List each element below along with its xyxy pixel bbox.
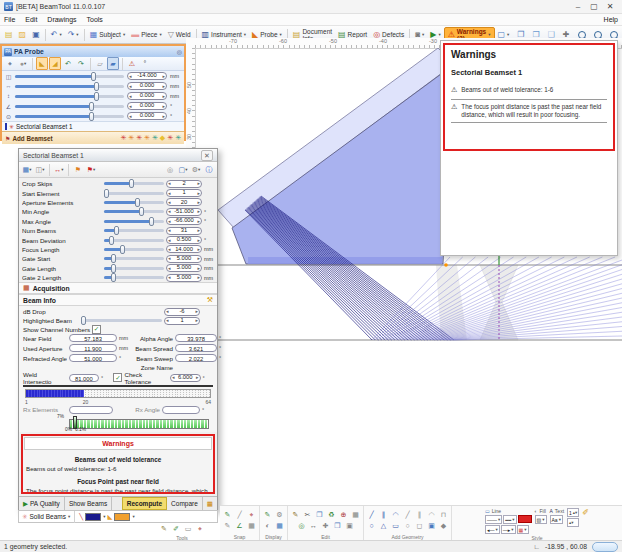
beam-table-icon[interactable]: ▦▾ (21, 163, 33, 176)
wedge-shape[interactable] (232, 66, 452, 264)
param-slider[interactable] (104, 210, 164, 213)
info-icon[interactable]: ⓘ (203, 163, 215, 176)
add-node-icon[interactable]: ⊕ (338, 510, 349, 520)
arrow-start-select[interactable]: ◂—▾ (485, 525, 500, 534)
param-slider[interactable] (104, 239, 164, 242)
field-value[interactable]: 57.183 (69, 334, 117, 342)
menu-help[interactable]: Help (604, 16, 618, 23)
probe-position-slider[interactable] (15, 95, 124, 98)
close-button[interactable]: ✕ (602, 2, 618, 11)
recompute-button[interactable]: Recompute (122, 497, 167, 510)
measure-tool-icon[interactable]: ▭ (183, 524, 194, 534)
wedge-color-swatch[interactable] (114, 513, 130, 521)
element-strip[interactable] (25, 389, 211, 398)
undo-button[interactable]: ↶▾ (48, 28, 65, 42)
param-slider[interactable] (104, 220, 164, 223)
param-slider[interactable] (104, 229, 164, 232)
fill-select[interactable]: ▨▾ (535, 515, 547, 524)
beam-color-swatch[interactable] (85, 513, 101, 521)
display-settings-icon[interactable]: ⚙ (274, 510, 285, 520)
redo-button[interactable]: ↷▾ (65, 28, 82, 42)
tolerance-spinner[interactable]: ◂6.000▸ (170, 374, 201, 382)
edit-draw-icon[interactable]: ✎ (290, 510, 301, 520)
mirror-icon[interactable]: ◎ (296, 521, 307, 531)
snap-angle-icon[interactable]: ∠ (234, 521, 245, 531)
add-circle-icon[interactable]: ○ (366, 521, 377, 531)
probe-normal-icon[interactable]: ◣ (36, 57, 48, 70)
material-sphere-icon[interactable]: ●▾ (17, 57, 29, 70)
menu-item-edit[interactable]: Edit (25, 16, 37, 23)
show-channel-checkbox[interactable]: ✓ (92, 325, 101, 334)
beam-info-header[interactable]: Beam Info ⚒ (19, 294, 217, 306)
beamset-panel-titlebar[interactable]: Sectorial Beamset 1 ✕ (19, 149, 217, 162)
pa-probe-header[interactable]: PA PA Probe ◎ (2, 46, 184, 57)
check-tolerance-checkbox[interactable]: ✓ (113, 373, 122, 382)
display-grid-icon[interactable]: ▦ (274, 521, 285, 531)
weld-intersection-field[interactable]: 81.000 (69, 374, 99, 382)
add-circle-free-icon[interactable]: ○ (402, 521, 413, 531)
add-static-beamset-icon[interactable]: ✳ (152, 134, 158, 142)
param-slider[interactable] (104, 267, 164, 270)
field-value[interactable]: 3.621 (175, 344, 217, 352)
add-line-free-icon[interactable]: ╱ (402, 510, 413, 520)
tab-pa-quality[interactable]: ▶ PA Quality (19, 497, 65, 510)
solid-beams-dropdown-icon[interactable]: ▾ (68, 514, 70, 519)
add-label-icon[interactable]: ▣ (426, 521, 437, 531)
param-spinner[interactable]: ◂1▸ (166, 189, 202, 197)
wrench-icon[interactable]: ⚒ (207, 296, 213, 304)
minimize-button[interactable]: – (570, 2, 586, 11)
text-style-select[interactable]: Aa▾ (550, 515, 563, 524)
rotate-cw-icon[interactable]: ↷ (75, 57, 87, 70)
snap-edge-icon[interactable]: ✎ (222, 521, 233, 531)
tab-show-beams[interactable]: Show Beams (65, 497, 112, 510)
probe-position-slider[interactable] (15, 115, 124, 118)
field-value[interactable]: 2.022 (175, 354, 217, 362)
param-slider[interactable] (104, 248, 164, 251)
probe-position-spinner[interactable]: ◂-14.000▸ (127, 72, 167, 80)
beam-xy-icon[interactable]: ◫▾ (34, 163, 46, 176)
snap-point-icon[interactable]: ╱ (234, 510, 245, 520)
param-spinner[interactable]: ◂-66.000▸ (166, 217, 202, 225)
piece-button[interactable]: ▬Piece▾ (128, 28, 165, 42)
param-slider[interactable] (104, 182, 164, 185)
add-polyline-icon[interactable]: ∥ (378, 510, 389, 520)
add-custom-beamset-icon[interactable]: ✳ (167, 134, 173, 142)
gate-range-icon[interactable]: ↔▾ (53, 163, 65, 176)
duplicate-icon[interactable]: ❒ (332, 521, 343, 531)
probe-position-spinner[interactable]: ◂0.000▸ (127, 102, 167, 110)
rotate-ccw-icon[interactable]: ↶ (62, 57, 74, 70)
new-file-button[interactable]: ▤ (2, 28, 16, 42)
beam-color-dropdown-icon[interactable]: ▾ (103, 514, 105, 519)
flag-skip-icon[interactable]: ⚑ (72, 163, 84, 176)
param-spinner[interactable]: ◂5.000▸ (166, 255, 202, 263)
angle-spinner[interactable]: ▴▾ (567, 518, 579, 527)
acquisition-header[interactable]: ▦ Acquisition (19, 282, 217, 294)
select-tool-icon[interactable]: ✎ (159, 524, 170, 534)
add-tofd-beamset-icon[interactable]: ◆ (160, 134, 165, 142)
solid-beams-label[interactable]: Solid Beams (29, 513, 66, 520)
param-spinner[interactable]: ◂2▸ (166, 180, 202, 188)
probe-angled-icon[interactable]: ◢ (49, 57, 61, 70)
param-spinner[interactable]: ◂31▸ (166, 227, 202, 235)
probe-position-spinner[interactable]: ◂0.000▸ (127, 112, 167, 120)
open-folder-button[interactable]: ▨ (16, 28, 30, 42)
probe-position-slider[interactable] (15, 85, 124, 88)
beamset-panel-close-icon[interactable]: ✕ (201, 150, 213, 161)
display-shade-icon[interactable]: ◐ (262, 521, 273, 531)
add-linear-beamset-icon[interactable]: ✳ (128, 134, 134, 142)
wedge-color-dropdown-icon[interactable]: ▾ (132, 514, 134, 519)
probe-position-slider[interactable] (15, 75, 124, 78)
menu-item-drawings[interactable]: Drawings (47, 16, 76, 23)
probe-position-spinner[interactable]: ◂0.000▸ (127, 82, 167, 90)
param-spinner[interactable]: ◂0.500▸ (166, 236, 202, 244)
snap-center-icon[interactable]: ⌖ (246, 510, 257, 520)
add-arc-icon[interactable]: ◠ (390, 510, 401, 520)
line-weight-select[interactable]: ━━▾ (503, 515, 516, 524)
snap-line-icon[interactable]: ✎ (222, 510, 233, 520)
add-compound-beamset-icon[interactable]: ✳ (136, 134, 142, 142)
save-button[interactable]: ▣ (29, 28, 43, 42)
db-drop-spinner[interactable]: ◂-6▸ (164, 308, 200, 316)
add-image-icon[interactable]: ◆ (438, 521, 449, 531)
group-icon[interactable]: ▣ (344, 521, 355, 531)
style-pencil-icon[interactable]: ✐ (582, 508, 589, 517)
